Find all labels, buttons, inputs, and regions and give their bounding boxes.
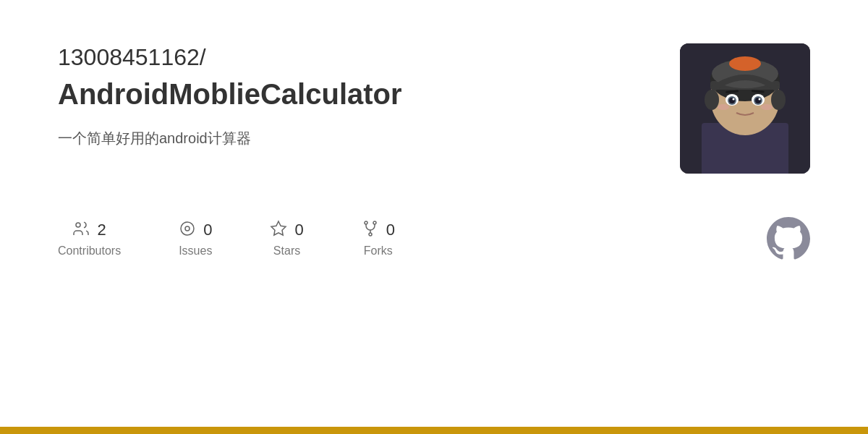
stat-forks-top: 0 (362, 220, 395, 240)
stat-contributors-top: 2 (72, 220, 106, 240)
github-logo-icon (767, 217, 810, 260)
svg-point-27 (373, 221, 376, 224)
bottom-bar (0, 427, 868, 434)
repo-description: 一个简单好用的android计算器 (58, 129, 651, 148)
stars-label: Stars (273, 244, 300, 258)
stat-issues-top: 0 (179, 220, 212, 240)
stat-contributors[interactable]: 2 Contributors (58, 220, 121, 258)
svg-point-15 (759, 98, 761, 101)
svg-point-26 (365, 221, 367, 224)
svg-point-28 (369, 233, 372, 236)
avatar (680, 43, 810, 174)
svg-point-21 (771, 90, 786, 110)
svg-point-19 (761, 104, 773, 110)
repo-header: 13008451162/ AndroidMoblieCalculator 一个简… (58, 43, 810, 174)
svg-point-20 (705, 90, 719, 110)
avatar-image (680, 43, 810, 174)
repo-owner: 13008451162/ (58, 43, 651, 71)
stars-icon (270, 220, 287, 240)
svg-point-11 (733, 98, 735, 101)
issues-count: 0 (203, 221, 212, 239)
svg-point-22 (76, 223, 80, 227)
stat-forks[interactable]: 0 Forks (362, 220, 395, 258)
svg-point-7 (729, 56, 761, 71)
repo-name: AndroidMoblieCalculator (58, 77, 651, 111)
issues-label: Issues (179, 244, 212, 258)
svg-point-18 (718, 104, 729, 110)
svg-marker-25 (271, 221, 286, 235)
svg-point-24 (185, 226, 190, 231)
forks-icon (362, 220, 379, 240)
stat-issues[interactable]: 0 Issues (179, 220, 212, 258)
svg-point-23 (181, 222, 194, 235)
stars-count: 0 (294, 221, 303, 239)
main-content: 13008451162/ AndroidMoblieCalculator 一个简… (0, 0, 868, 427)
contributors-count: 2 (97, 221, 106, 239)
contributors-icon (72, 220, 90, 240)
forks-label: Forks (364, 244, 393, 258)
repo-info: 13008451162/ AndroidMoblieCalculator 一个简… (58, 43, 651, 148)
issues-icon (179, 220, 196, 240)
forks-count: 0 (386, 221, 395, 239)
contributors-label: Contributors (58, 244, 121, 258)
stat-stars-top: 0 (270, 220, 303, 240)
stats-section: 2 Contributors 0 Issues (58, 217, 810, 260)
stat-stars[interactable]: 0 Stars (270, 220, 303, 258)
github-logo-container (767, 217, 810, 260)
